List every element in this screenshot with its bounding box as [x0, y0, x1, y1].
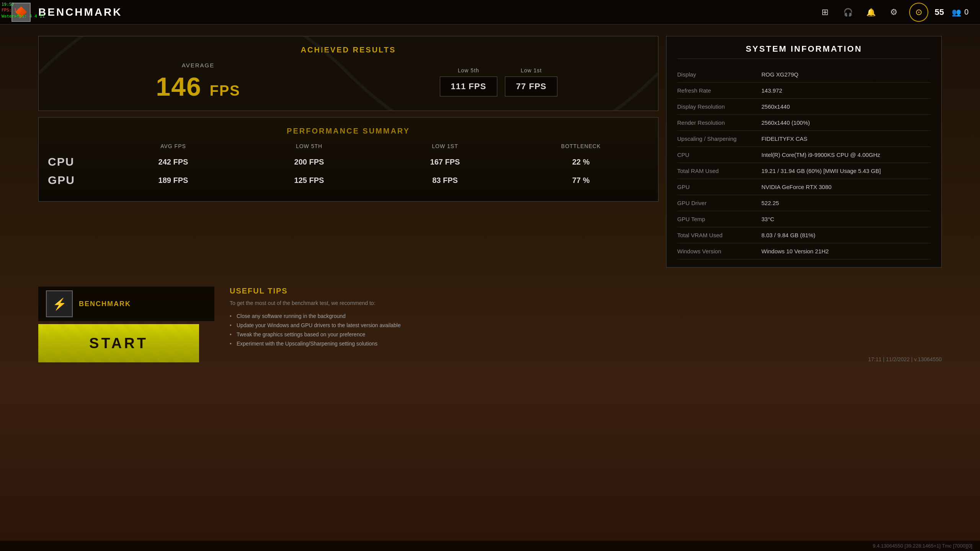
- currency-icon: ⊙: [915, 7, 922, 17]
- tips-section: USEFUL TIPS To get the most out of the b…: [214, 287, 868, 348]
- sysinfo-row: Upscaling / Sharpening FIDELITYFX CAS: [677, 131, 931, 147]
- low-stats: Low 5th 111 FPS Low 1st 77 FPS: [348, 67, 649, 96]
- sysinfo-row: Windows Version Windows 10 Version 21H2: [677, 243, 931, 259]
- cpu-low1: 167 FPS: [377, 158, 513, 166]
- sysinfo-title: SYSTEM INFORMATION: [677, 44, 931, 59]
- perf-header: Avg FPS Low 5th Low 1st Bottleneck: [48, 143, 649, 149]
- sysinfo-row: Total RAM Used 19.21 / 31.94 GB (60%) [M…: [677, 163, 931, 179]
- perf-col-low1: Low 1st: [377, 143, 513, 149]
- sysinfo-key: CPU: [677, 152, 761, 158]
- header-bar: BENCHMARK ⊙ 55 👥 0: [0, 0, 980, 24]
- sysinfo-key: Upscaling / Sharpening: [677, 135, 761, 142]
- perf-row-cpu: CPU 242 FPS 200 FPS 167 FPS 22 %: [48, 155, 649, 168]
- sysinfo-value: 33°C: [761, 216, 931, 222]
- tips-subtitle: To get the most out of the benchmark tes…: [230, 300, 853, 306]
- results-title: ACHIEVED RESULTS: [48, 46, 649, 54]
- benchmark-label-bar: ⚡ BENCHMARK: [38, 287, 214, 321]
- perf-table: Avg FPS Low 5th Low 1st Bottleneck CPU 2…: [48, 143, 649, 187]
- settings-icon[interactable]: [886, 5, 902, 20]
- sysinfo-key: GPU Temp: [677, 216, 761, 222]
- sysinfo-key: Total VRAM Used: [677, 232, 761, 238]
- cpu-label: CPU: [48, 155, 105, 168]
- overlay-sub: Water>fps: 4 4 11: [2, 13, 45, 19]
- tips-list-item: Tweak the graphics settings based on you…: [230, 330, 853, 339]
- sysinfo-key: Windows Version: [677, 248, 761, 254]
- sysinfo-value: 143.972: [761, 87, 931, 94]
- sysinfo-rows: Display ROG XG279Q Refresh Rate 143.972 …: [677, 67, 931, 259]
- sysinfo-row: GPU Driver 522.25: [677, 195, 931, 211]
- gpu-low5: 125 FPS: [241, 176, 377, 185]
- low5th-box: Low 5th 111 FPS: [440, 67, 498, 96]
- gpu-low1: 83 FPS: [377, 176, 513, 185]
- perf-row-gpu: GPU 189 FPS 125 FPS 83 FPS 77 %: [48, 174, 649, 187]
- sysinfo-value: 522.25: [761, 200, 931, 206]
- sysinfo-key: Display Resolution: [677, 103, 761, 110]
- perf-col-bottleneck: Bottleneck: [513, 143, 649, 149]
- benchmark-icon: ⚡: [52, 297, 67, 311]
- sysinfo-value: 19.21 / 31.94 GB (60%) [MWII Usage 5.43 …: [761, 168, 931, 174]
- sysinfo-value: 8.03 / 9.84 GB (81%): [761, 232, 931, 238]
- sysinfo-row: Display Resolution 980x551: [677, 99, 931, 115]
- player-count: 👥 0: [952, 8, 969, 17]
- sysinfo-value: ROG XG279Q: [761, 71, 931, 78]
- fps-unit: FPS: [210, 83, 240, 99]
- tips-list-item: Experiment with the Upscaling/Sharpening…: [230, 339, 853, 348]
- perf-col-low5: Low 5th: [241, 143, 377, 149]
- sysinfo-value: NVIDIA GeForce RTX 3080: [761, 184, 931, 190]
- bell-icon[interactable]: [863, 5, 879, 20]
- sysinfo-row: CPU Intel(R) Core(TM) i9-9900KS CPU @ 4.…: [677, 147, 931, 163]
- tips-list-item: Update your Windows and GPU drivers to t…: [230, 321, 853, 330]
- main-content: ACHIEVED RESULTS AVERAGE 146 FPS Low 5th…: [0, 24, 980, 279]
- currency-container: ⊙ 55: [909, 3, 944, 22]
- sysinfo-key: Refresh Rate: [677, 87, 761, 94]
- tips-list-item: Close any software running in the backgr…: [230, 311, 853, 321]
- player-icon: 👥: [952, 8, 961, 17]
- sysinfo-row: Total VRAM Used 8.03 / 9.84 GB (81%): [677, 227, 931, 243]
- results-panel: ACHIEVED RESULTS AVERAGE 146 FPS Low 5th…: [38, 36, 658, 111]
- performance-title: PERFORMANCE SUMMARY: [48, 127, 649, 135]
- start-button[interactable]: START: [38, 324, 199, 362]
- perf-col-empty: [48, 143, 105, 149]
- version-section: 17:11 | 11/2/2022 | v.13064550: [868, 356, 942, 362]
- sysinfo-row: Display ROG XG279Q: [677, 67, 931, 83]
- sysinfo-row: Refresh Rate 143.972: [677, 83, 931, 99]
- low1st-value: 77 FPS: [505, 77, 557, 96]
- page-title: BENCHMARK: [38, 6, 122, 18]
- start-button-label: START: [89, 335, 148, 352]
- sysinfo-row: GPU Temp 33°C: [677, 211, 931, 227]
- footer-bar: 9.4.13064550 [39.228:1465+1] Tmc [7000][…: [0, 541, 980, 551]
- overlay-time: 19:57: [2, 2, 45, 7]
- gpu-label: GPU: [48, 174, 105, 187]
- left-panel: ACHIEVED RESULTS AVERAGE 146 FPS Low 5th…: [38, 36, 658, 267]
- grid-icon[interactable]: [817, 5, 833, 20]
- benchmark-icon-box: ⚡: [46, 290, 73, 317]
- sysinfo-key: Total RAM Used: [677, 168, 761, 174]
- sysinfo-row: Render Resolution 980x551 (100%): [677, 115, 931, 131]
- sysinfo-row: GPU NVIDIA GeForce RTX 3080: [677, 179, 931, 195]
- footer-text: 9.4.13064550 [39.228:1465+1] Tmc [7000][…: [873, 543, 972, 549]
- tips-list: Close any software running in the backgr…: [230, 311, 853, 348]
- perf-col-avg: Avg FPS: [105, 143, 241, 149]
- currency-value: 55: [934, 7, 944, 17]
- system-info-panel: SYSTEM INFORMATION Display ROG XG279Q Re…: [666, 36, 942, 267]
- benchmark-text-label: BENCHMARK: [79, 300, 131, 308]
- gpu-avg-fps: 189 FPS: [105, 176, 241, 185]
- tips-title: USEFUL TIPS: [230, 287, 853, 295]
- low1st-label: Low 1st: [505, 67, 557, 73]
- currency-badge: ⊙: [909, 3, 928, 22]
- average-fps-value: 146: [156, 72, 201, 101]
- low5th-value: 111 FPS: [440, 77, 498, 96]
- bottom-section: ⚡ BENCHMARK START USEFUL TIPS To get the…: [0, 279, 980, 370]
- cpu-bottleneck: 22 %: [513, 158, 649, 166]
- sysinfo-value: 980x551 (100%): [761, 119, 931, 126]
- overlay-fps: FPS: 146: [2, 7, 45, 13]
- headphone-icon[interactable]: [840, 5, 856, 20]
- overlay-panel: 19:57 FPS: 146 Water>fps: 4 4 11: [2, 2, 45, 19]
- cpu-low5: 200 FPS: [241, 158, 377, 166]
- sysinfo-key: GPU Driver: [677, 200, 761, 206]
- gpu-bottleneck: 77 %: [513, 176, 649, 185]
- sysinfo-value: FIDELITYFX CAS: [761, 135, 931, 142]
- sysinfo-key: Display: [677, 71, 761, 78]
- average-section: AVERAGE 146 FPS: [48, 62, 348, 101]
- sysinfo-key: GPU: [677, 184, 761, 190]
